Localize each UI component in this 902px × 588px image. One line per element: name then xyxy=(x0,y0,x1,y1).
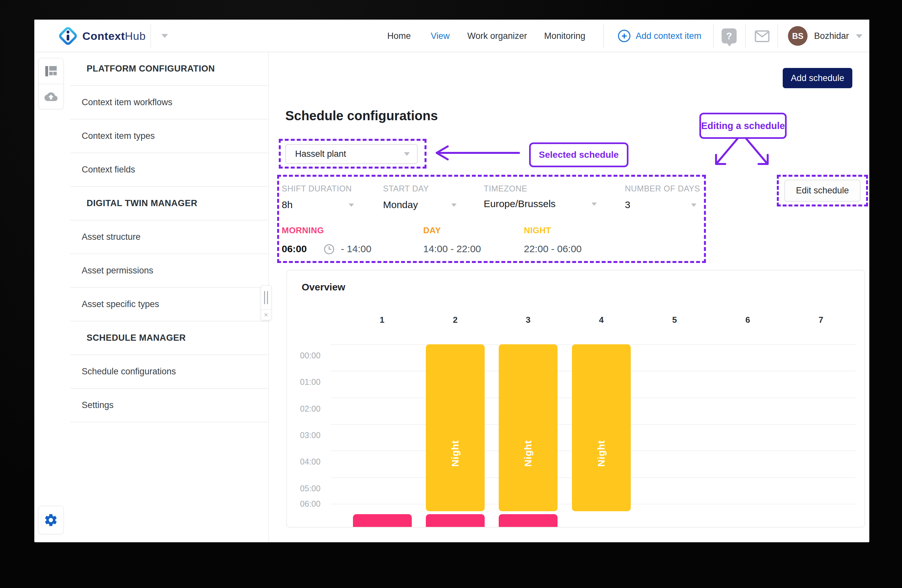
sidebar-item-settings[interactable]: Settings xyxy=(70,389,268,422)
sidebar-header-schedule-manager: SCHEDULE MANAGER xyxy=(70,321,268,355)
top-navbar: ContextHub Home View Work organizer Moni… xyxy=(34,20,869,52)
field-value-timezone[interactable]: Europe/Brussels xyxy=(484,198,556,210)
day-column-header: 4 xyxy=(592,315,611,325)
time-row-label: 03:00 xyxy=(300,430,329,440)
sidebar-item-asset-specific-types[interactable]: Asset specific types xyxy=(70,288,268,321)
day-column-header: 5 xyxy=(665,315,684,325)
sidebar-resize-widget: × xyxy=(260,285,272,321)
schedule-select-value: Hasselt plant xyxy=(286,149,346,159)
dashboard-rail-button[interactable] xyxy=(39,58,63,84)
navbar-divider xyxy=(713,24,714,48)
field-chevron-down-icon xyxy=(451,203,457,207)
editing-schedule-annotation: Editing a schedule xyxy=(699,113,787,139)
navbar-divider xyxy=(777,24,778,48)
shift-label-morning: MORNING xyxy=(282,225,324,236)
sidebar-header-digital-twin-manager: DIGITAL TWIN MANAGER xyxy=(70,187,268,220)
night-bar-label: Night xyxy=(523,440,534,467)
contexthub-logo-icon xyxy=(59,27,77,45)
rail-card-bottom xyxy=(38,506,64,535)
sidebar-item-asset-structure[interactable]: Asset structure xyxy=(70,220,268,254)
editing-schedule-arrows xyxy=(701,136,783,173)
schedule-select[interactable]: Hasselt plant xyxy=(285,144,418,164)
nav-link-work-organizer[interactable]: Work organizer xyxy=(467,20,527,52)
time-row-label: 00:00 xyxy=(300,351,329,360)
envelope-icon xyxy=(754,30,770,42)
rail-card-top xyxy=(38,58,64,109)
brand-chevron-down-icon[interactable] xyxy=(161,34,168,38)
shift-label-night: NIGHT xyxy=(524,225,551,236)
navbar-divider xyxy=(603,24,604,48)
time-row-label: 02:00 xyxy=(300,404,329,414)
night-shift-bar-day3[interactable]: Night xyxy=(499,344,557,511)
select-chevron-down-icon xyxy=(404,152,410,156)
field-value-shift-duration[interactable]: 8h xyxy=(282,199,293,210)
sidebar-item-context-item-workflows[interactable]: Context item workflows xyxy=(70,86,268,120)
sidebar-menu: PLATFORM CONFIGURATION Context item work… xyxy=(70,52,269,542)
morning-shift-bar-day3[interactable] xyxy=(499,514,557,527)
night-bar-label: Night xyxy=(450,440,461,467)
night-shift-bar-day4[interactable]: Night xyxy=(572,344,631,511)
time-row-label: 06:00 xyxy=(300,499,329,508)
selected-schedule-annotation: Selected schedule xyxy=(529,142,628,167)
night-shift-bar-day2[interactable]: Night xyxy=(426,344,485,511)
add-context-item-button[interactable]: + Add context item xyxy=(618,20,702,52)
page-title: Schedule configurations xyxy=(285,108,438,123)
brand-name: ContextHub xyxy=(82,30,146,42)
night-shift-time: 22:00 - 06:00 xyxy=(524,243,582,255)
day-column-header: 3 xyxy=(518,315,538,325)
time-row-label: 01:00 xyxy=(300,377,329,387)
field-chevron-down-icon xyxy=(349,203,354,207)
day-column-header: 6 xyxy=(738,315,758,325)
messages-button[interactable] xyxy=(754,30,769,45)
field-value-start-day[interactable]: Monday xyxy=(383,199,418,210)
user-avatar[interactable]: BS xyxy=(788,26,808,46)
sidebar-item-context-fields[interactable]: Context fields xyxy=(70,153,268,187)
clock-icon xyxy=(324,244,335,255)
field-label-timezone: TIMEZONE xyxy=(484,184,527,193)
help-icon: ? xyxy=(722,28,737,44)
day-column-header: 1 xyxy=(372,315,392,325)
field-label-start-day: START DAY xyxy=(383,184,429,193)
sidebar-item-context-item-types[interactable]: Context item types xyxy=(70,120,268,153)
day-column-header: 2 xyxy=(445,315,465,325)
night-bar-label: Night xyxy=(596,440,607,467)
nav-link-monitoring[interactable]: Monitoring xyxy=(544,20,585,52)
field-value-number-of-days[interactable]: 3 xyxy=(625,199,630,210)
dashboard-layout-icon xyxy=(44,64,58,78)
upload-rail-button[interactable] xyxy=(39,84,63,109)
field-label-number-of-days: NUMBER OF DAYS xyxy=(625,184,700,193)
time-row-label: 05:00 xyxy=(300,484,329,493)
nav-link-home[interactable]: Home xyxy=(387,20,411,52)
settings-rail-button[interactable] xyxy=(39,506,63,534)
user-chevron-down-icon[interactable] xyxy=(856,34,863,38)
edit-schedule-button[interactable]: Edit schedule xyxy=(785,180,860,202)
overview-card: Overview 1 2 3 4 5 6 7 00:00 01:00 02:00… xyxy=(286,270,865,527)
day-shift-time: 14:00 - 22:00 xyxy=(423,243,481,255)
overview-title: Overview xyxy=(302,281,345,293)
sidebar-collapse-button[interactable]: × xyxy=(261,310,271,320)
field-chevron-down-icon xyxy=(691,203,697,207)
morning-end-time: - 14:00 xyxy=(341,243,371,255)
brand-logo[interactable]: ContextHub xyxy=(59,27,168,44)
shift-label-day: DAY xyxy=(423,225,441,236)
sidebar-header-platform-configuration: PLATFORM CONFIGURATION xyxy=(70,52,268,86)
cloud-upload-icon xyxy=(44,90,58,103)
add-context-item-label: Add context item xyxy=(636,31,702,41)
nav-link-view[interactable]: View xyxy=(431,20,450,52)
morning-start-time[interactable]: 06:00 xyxy=(282,243,307,255)
day-column-header: 7 xyxy=(811,315,831,325)
morning-shift-bar-day2[interactable] xyxy=(426,514,485,527)
field-chevron-down-icon xyxy=(592,203,597,206)
morning-shift-bar-day1[interactable] xyxy=(353,514,412,527)
user-name[interactable]: Bozhidar xyxy=(814,20,849,52)
navbar-divider xyxy=(745,24,746,48)
gear-icon xyxy=(44,513,58,527)
add-schedule-button[interactable]: Add schedule xyxy=(783,68,852,88)
time-row-label: 04:00 xyxy=(300,457,329,466)
help-button[interactable]: ? xyxy=(722,28,737,44)
sidebar-item-schedule-configurations[interactable]: Schedule configurations xyxy=(70,355,268,389)
sidebar-resize-handle[interactable] xyxy=(261,286,271,310)
field-label-shift-duration: SHIFT DURATION xyxy=(282,184,352,193)
sidebar-item-asset-permissions[interactable]: Asset permissions xyxy=(70,254,268,288)
plus-circle-icon: + xyxy=(618,30,630,42)
